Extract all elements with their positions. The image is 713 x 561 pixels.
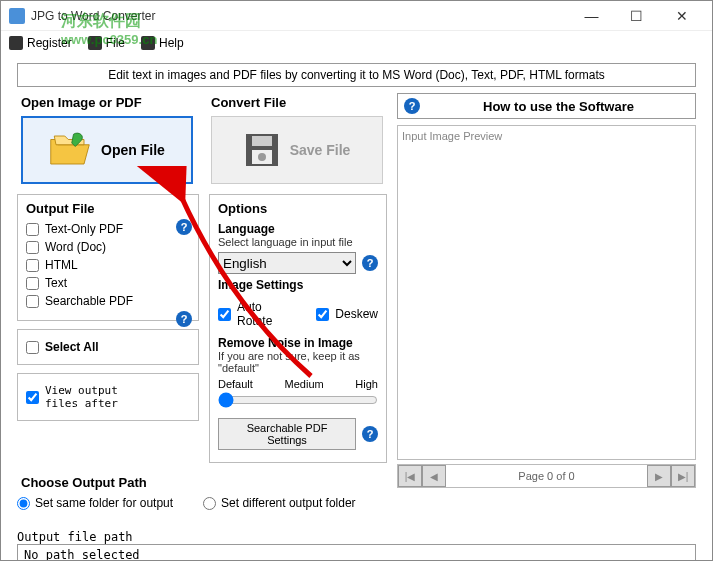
minimize-button[interactable]: — [569, 2, 614, 30]
output-path-value: No path selected [17, 544, 696, 561]
help-textonly-icon[interactable]: ? [176, 219, 192, 235]
menu-register[interactable]: Register [9, 36, 72, 50]
chk-view-after[interactable]: View output files after [26, 384, 190, 410]
output-file-title: Output File [22, 199, 190, 218]
info-banner: Edit text in images and PDF files by con… [17, 63, 696, 87]
convert-file-title: Convert File [207, 93, 387, 112]
remove-noise-sub: If you are not sure, keep it as "default… [218, 350, 378, 374]
chk-searchable-pdf[interactable]: Searchable PDF [26, 294, 190, 308]
help-language-icon[interactable]: ? [362, 255, 378, 271]
language-select[interactable]: English [218, 252, 356, 274]
slider-low: Default [218, 378, 253, 390]
close-button[interactable]: ✕ [659, 2, 704, 30]
chk-html[interactable]: HTML [26, 258, 190, 272]
pager: |◀ ◀ Page 0 of 0 ▶ ▶| [397, 464, 696, 488]
slider-high: High [355, 378, 378, 390]
help-icon [141, 36, 155, 50]
floppy-icon [244, 132, 280, 168]
output-file-group: Output File ? Text-Only PDF Word (Doc) H… [17, 194, 199, 321]
noise-slider[interactable] [218, 392, 378, 408]
svg-point-3 [258, 153, 266, 161]
searchable-pdf-settings-button[interactable]: Searchable PDF Settings [218, 418, 356, 450]
chk-text-only-pdf[interactable]: Text-Only PDF [26, 222, 190, 236]
language-label: Language [218, 222, 378, 236]
page-last-button[interactable]: ▶| [671, 465, 695, 487]
chk-select-all[interactable]: Select All [26, 340, 190, 354]
maximize-button[interactable]: ☐ [614, 2, 659, 30]
register-icon [9, 36, 23, 50]
preview-panel: Input Image Preview [397, 125, 696, 460]
page-indicator: Page 0 of 0 [446, 470, 647, 482]
svg-rect-1 [252, 136, 272, 146]
options-title: Options [214, 199, 378, 218]
window-title: JPG to Word Converter [31, 9, 569, 23]
image-settings-label: Image Settings [218, 278, 378, 292]
help-searchable-settings-icon[interactable]: ? [362, 426, 378, 442]
remove-noise-label: Remove Noise in Image [218, 336, 378, 350]
select-all-group: Select All [17, 329, 199, 365]
output-path-label: Output file path [17, 530, 696, 544]
page-prev-button[interactable]: ◀ [422, 465, 446, 487]
radio-same-folder[interactable]: Set same folder for output [17, 496, 173, 510]
view-after-group: View output files after [17, 373, 199, 421]
chk-word-doc[interactable]: Word (Doc) [26, 240, 190, 254]
help-howto-icon: ? [404, 98, 420, 114]
radio-diff-folder[interactable]: Set different output folder [203, 496, 356, 510]
open-file-button[interactable]: Open File [21, 116, 193, 184]
chk-deskew[interactable]: Deskew [316, 300, 378, 328]
options-group: Options Language Select language in inpu… [209, 194, 387, 463]
howto-button[interactable]: ? How to use the Software [397, 93, 696, 119]
menu-help[interactable]: Help [141, 36, 184, 50]
save-file-button[interactable]: Save File [211, 116, 383, 184]
chk-text[interactable]: Text [26, 276, 190, 290]
file-icon [88, 36, 102, 50]
preview-title: Input Image Preview [402, 130, 502, 142]
folder-open-icon [49, 132, 91, 168]
choose-path-title: Choose Output Path [17, 473, 387, 492]
menu-file[interactable]: File [88, 36, 125, 50]
page-next-button[interactable]: ▶ [647, 465, 671, 487]
chk-auto-rotate[interactable]: Auto Rotate [218, 300, 298, 328]
app-icon [9, 8, 25, 24]
page-first-button[interactable]: |◀ [398, 465, 422, 487]
language-sub: Select language in input file [218, 236, 378, 248]
help-searchable-icon[interactable]: ? [176, 311, 192, 327]
open-image-title: Open Image or PDF [17, 93, 197, 112]
slider-mid: Medium [285, 378, 324, 390]
